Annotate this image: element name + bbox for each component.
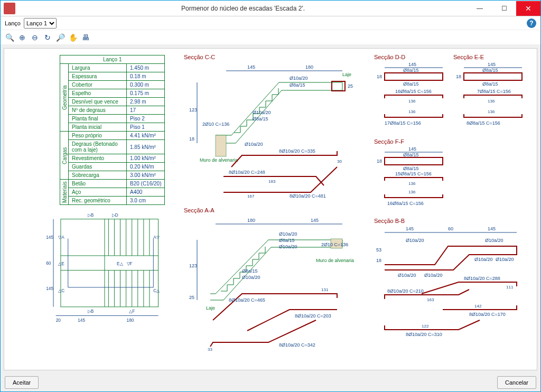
svg-text:142: 142 bbox=[474, 304, 482, 309]
refresh-icon[interactable]: ↻ bbox=[43, 33, 52, 42]
svg-text:145: 145 bbox=[408, 146, 416, 152]
titlebar: Pormenor do núcleo de escadas 'Escada 2'… bbox=[1, 1, 540, 16]
section-bb: Secção B-B 145 60 145 53 18 Ø10a/20 Ø10a… bbox=[374, 218, 527, 342]
svg-text:Ø10a/20: Ø10a/20 bbox=[485, 238, 503, 243]
svg-text:E△: E△ bbox=[117, 261, 124, 266]
svg-text:20: 20 bbox=[56, 318, 61, 323]
svg-text:163: 163 bbox=[427, 297, 434, 302]
svg-text:▷D: ▷D bbox=[112, 212, 118, 218]
section-ff: Secção F-F 145 18 Ø8a/15 Ø8a/15 15Ø8a/15… bbox=[374, 138, 448, 221]
svg-text:Laje: Laje bbox=[342, 72, 351, 77]
svg-text:16Ø8a/15 C=156: 16Ø8a/15 C=156 bbox=[395, 89, 432, 94]
svg-text:25: 25 bbox=[348, 83, 353, 89]
svg-text:180: 180 bbox=[305, 64, 313, 70]
svg-text:Ø10a/20: Ø10a/20 bbox=[290, 76, 308, 81]
minimize-button[interactable]: — bbox=[468, 1, 492, 16]
dialog-footer: Aceitar Cancelar bbox=[1, 374, 540, 391]
svg-rect-104 bbox=[385, 157, 443, 165]
content-area: Lanço 1 Geometria Largura1.450 m Espessu… bbox=[1, 45, 540, 374]
svg-text:136: 136 bbox=[488, 109, 495, 114]
svg-text:18: 18 bbox=[377, 74, 382, 79]
zoom-realtime-icon[interactable]: 🔎 bbox=[55, 33, 65, 42]
svg-text:8Ø10a/20 C=342: 8Ø10a/20 C=342 bbox=[279, 342, 315, 348]
svg-text:8Ø10a/20 C=210: 8Ø10a/20 C=210 bbox=[387, 288, 424, 294]
svg-text:30: 30 bbox=[337, 159, 342, 164]
table-title: Lanço 1 bbox=[60, 55, 165, 64]
svg-text:18: 18 bbox=[456, 74, 461, 79]
svg-rect-94 bbox=[464, 73, 522, 80]
svg-text:18: 18 bbox=[377, 158, 382, 164]
svg-text:145: 145 bbox=[488, 226, 496, 231]
svg-text:▷B: ▷B bbox=[88, 309, 94, 314]
svg-text:△F: △F bbox=[129, 309, 135, 314]
svg-text:Ø10a/20: Ø10a/20 bbox=[406, 238, 424, 243]
svg-text:145: 145 bbox=[78, 318, 85, 323]
svg-text:Ø10a/20: Ø10a/20 bbox=[474, 257, 493, 262]
svg-text:Ø10a/20: Ø10a/20 bbox=[253, 110, 271, 115]
svg-text:8Ø10a/20 C=335: 8Ø10a/20 C=335 bbox=[279, 148, 315, 154]
svg-text:2Ø10 C=136: 2Ø10 C=136 bbox=[202, 122, 229, 127]
svg-text:Ø8a/15: Ø8a/15 bbox=[242, 268, 258, 274]
svg-text:▷B: ▷B bbox=[88, 212, 94, 218]
svg-text:Ø8a/15: Ø8a/15 bbox=[290, 82, 305, 88]
pan-icon[interactable]: ✋ bbox=[68, 33, 78, 42]
accept-button[interactable]: Aceitar bbox=[5, 376, 39, 389]
svg-text:145: 145 bbox=[46, 286, 53, 291]
svg-text:145: 145 bbox=[46, 235, 53, 240]
svg-text:180: 180 bbox=[127, 318, 134, 323]
svg-text:▽F: ▽F bbox=[127, 261, 133, 266]
svg-text:167: 167 bbox=[247, 194, 255, 199]
dialog-window: Pormenor do núcleo de escadas 'Escada 2'… bbox=[0, 0, 541, 392]
svg-text:▽A: ▽A bbox=[58, 235, 64, 240]
svg-text:Muro de alvenaria: Muro de alvenaria bbox=[200, 157, 238, 163]
svg-text:33: 33 bbox=[208, 347, 212, 352]
app-icon bbox=[4, 3, 15, 14]
print-icon[interactable]: 🖶 bbox=[81, 33, 90, 42]
svg-text:8Ø10a/20 C=481: 8Ø10a/20 C=481 bbox=[290, 193, 326, 199]
svg-text:60: 60 bbox=[448, 226, 453, 231]
plan-view: 145 60 145 20 145 180 ▽A A▽ △E E△ ▽F △C bbox=[41, 207, 168, 329]
help-icon[interactable]: ? bbox=[527, 18, 536, 28]
svg-text:8Ø10a/20 C=203: 8Ø10a/20 C=203 bbox=[295, 313, 331, 319]
svg-text:Ø10a/20: Ø10a/20 bbox=[279, 244, 297, 249]
svg-text:8Ø10a/20 C=465: 8Ø10a/20 C=465 bbox=[229, 297, 265, 303]
dropdown-label: Lanço bbox=[5, 20, 21, 26]
svg-text:123: 123 bbox=[189, 107, 197, 113]
drawing-canvas[interactable]: Lanço 1 Geometria Largura1.450 m Espessu… bbox=[4, 48, 537, 370]
svg-text:8Ø8a/15 C=156: 8Ø8a/15 C=156 bbox=[467, 120, 500, 126]
zoom-extents-icon[interactable]: ⊕ bbox=[17, 33, 27, 42]
svg-text:Laje: Laje bbox=[206, 305, 215, 311]
flight-select[interactable]: Lanço 1 bbox=[24, 18, 57, 29]
svg-text:Ø8a/15: Ø8a/15 bbox=[482, 68, 498, 73]
svg-text:Ø10a/20: Ø10a/20 bbox=[279, 231, 297, 237]
svg-text:136: 136 bbox=[408, 99, 416, 104]
zoom-in-icon[interactable]: ⊖ bbox=[30, 33, 40, 42]
svg-text:8Ø10a/20 C=288: 8Ø10a/20 C=288 bbox=[464, 276, 500, 281]
zoom-window-icon[interactable]: 🔍 bbox=[5, 33, 14, 42]
svg-text:Muro de alvenaria: Muro de alvenaria bbox=[316, 258, 354, 263]
toolbar-view: 🔍 ⊕ ⊖ ↻ 🔎 ✋ 🖶 bbox=[1, 30, 540, 45]
svg-text:Ø8a/15: Ø8a/15 bbox=[482, 81, 498, 87]
close-button[interactable]: ✕ bbox=[516, 1, 540, 16]
svg-text:8Ø10a/20 C=170: 8Ø10a/20 C=170 bbox=[469, 312, 506, 317]
svg-text:18: 18 bbox=[376, 258, 381, 263]
properties-table: Lanço 1 Geometria Largura1.450 m Espessu… bbox=[60, 55, 165, 205]
section-cc: Secção C-C 145 180 Laje 25 bbox=[184, 54, 363, 200]
svg-text:145: 145 bbox=[488, 62, 496, 67]
svg-text:Ø10a/20: Ø10a/20 bbox=[242, 275, 260, 280]
maximize-button[interactable]: ☐ bbox=[492, 1, 516, 16]
svg-rect-45 bbox=[216, 135, 226, 156]
svg-text:25: 25 bbox=[189, 295, 194, 300]
svg-text:145: 145 bbox=[408, 62, 416, 67]
toolbar-top: Lanço Lanço 1 ? bbox=[1, 16, 540, 30]
svg-text:131: 131 bbox=[321, 287, 329, 292]
svg-text:△E: △E bbox=[58, 261, 64, 266]
svg-text:53: 53 bbox=[376, 247, 381, 253]
cancel-button[interactable]: Cancelar bbox=[497, 376, 536, 389]
svg-text:145: 145 bbox=[311, 218, 319, 223]
svg-text:145: 145 bbox=[247, 64, 255, 70]
svg-text:136: 136 bbox=[408, 181, 416, 186]
svg-text:180: 180 bbox=[247, 218, 255, 223]
svg-rect-43 bbox=[332, 81, 345, 91]
section-dd: Secção D-D 145 18 Ø8a/15 Ø8a/15 16Ø8a/15… bbox=[374, 54, 448, 142]
